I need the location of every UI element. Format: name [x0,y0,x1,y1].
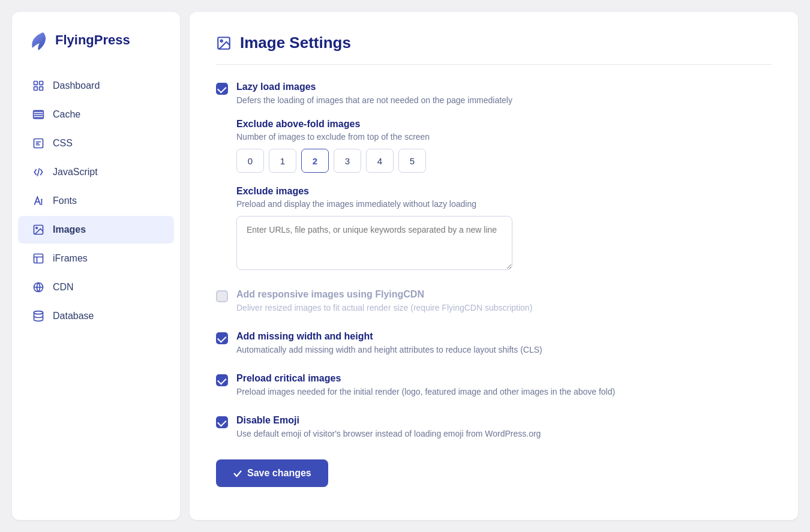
svg-rect-2 [34,87,38,91]
javascript-icon [32,166,44,178]
sidebar-item-cache[interactable]: Cache [18,101,174,128]
exclude-images-desc: Preload and display the images immediate… [236,199,512,209]
svg-point-12 [221,40,223,41]
svg-rect-1 [40,82,43,85]
sidebar-item-javascript[interactable]: JavaScript [18,158,174,186]
fonts-icon [32,195,44,207]
sidebar-nav: Dashboard Cache CSS JavaScript Fonts [12,72,180,330]
num-btn-0[interactable]: 0 [236,149,264,173]
disable-emoji-label: Disable Emoji [236,415,541,426]
sidebar-item-label: Fonts [53,196,77,206]
num-btn-1[interactable]: 1 [269,149,296,173]
svg-rect-0 [34,82,38,85]
dashboard-icon [32,80,44,92]
responsive-cdn-info: Add responsive images using FlyingCDN De… [236,289,532,314]
number-buttons-group: 0 1 2 3 4 5 [236,149,512,173]
page-header: Image Settings [216,34,772,65]
responsive-cdn-desc: Deliver resized images to fit actual ren… [236,302,532,314]
exclude-fold-label: Exclude above-fold images [236,119,512,130]
sidebar-item-css[interactable]: CSS [18,130,174,157]
num-btn-2[interactable]: 2 [301,149,329,173]
sidebar-item-cdn[interactable]: CDN [18,273,174,301]
sidebar: FlyingPress Dashboard Cache CSS JavaScri… [12,12,180,520]
app-name: FlyingPress [55,32,130,48]
sidebar-item-fonts[interactable]: Fonts [18,187,174,215]
preload-critical-desc: Preload images needed for the initial re… [236,386,615,398]
missing-dimensions-setting: Add missing width and height Automatical… [216,331,772,356]
sidebar-item-dashboard[interactable]: Dashboard [18,72,174,100]
disable-emoji-desc: Use default emoji of visitor's browser i… [236,428,541,440]
sidebar-item-images[interactable]: Images [18,216,174,244]
lazy-load-label: Lazy load images [236,82,512,92]
cache-icon [32,109,44,121]
sidebar-item-label: CDN [53,282,74,293]
num-btn-5[interactable]: 5 [398,149,426,173]
cdn-icon [32,281,44,293]
save-checkmark-icon [233,468,242,478]
exclude-images-textarea[interactable] [236,216,512,270]
exclude-fold-section: Exclude above-fold images Number of imag… [236,119,512,173]
sidebar-item-label: JavaScript [53,167,98,178]
images-icon [32,224,44,236]
iframes-icon [32,253,44,265]
missing-dimensions-desc: Automatically add missing width and heig… [236,344,542,356]
disable-emoji-checkbox[interactable] [216,416,228,428]
responsive-cdn-checkbox[interactable] [216,290,228,302]
disable-emoji-setting: Disable Emoji Use default emoji of visit… [216,415,772,440]
sidebar-item-label: CSS [53,138,73,149]
svg-point-7 [36,227,38,229]
page-header-icon [216,35,232,51]
preload-critical-setting: Preload critical images Preload images n… [216,373,772,398]
exclude-images-label: Exclude images [236,186,512,197]
sidebar-item-iframes[interactable]: iFrames [18,245,174,272]
page-title: Image Settings [240,34,351,52]
exclude-fold-desc: Number of images to exclude from top of … [236,132,512,142]
missing-dimensions-info: Add missing width and height Automatical… [236,331,542,356]
save-button[interactable]: Save changes [216,459,328,487]
num-btn-4[interactable]: 4 [366,149,394,173]
sidebar-item-database[interactable]: Database [18,302,174,330]
css-icon [32,137,44,149]
exclude-images-section: Exclude images Preload and display the i… [236,186,512,272]
responsive-cdn-setting: Add responsive images using FlyingCDN De… [216,289,772,314]
logo: FlyingPress [12,29,180,71]
preload-critical-label: Preload critical images [236,373,615,384]
main-panel: Image Settings Lazy load images Defers t… [190,12,798,520]
sidebar-item-label: Database [53,311,94,321]
missing-dimensions-checkbox[interactable] [216,332,228,344]
sidebar-item-label: Dashboard [53,80,100,91]
sidebar-item-label: iFrames [53,253,88,264]
lazy-load-checkbox[interactable] [216,83,228,95]
preload-critical-checkbox[interactable] [216,374,228,386]
lazy-load-desc: Defers the loading of images that are no… [236,94,512,107]
lazy-load-info: Lazy load images Defers the loading of i… [236,82,512,272]
svg-rect-8 [34,254,43,263]
responsive-cdn-label: Add responsive images using FlyingCDN [236,289,532,300]
lazy-load-setting: Lazy load images Defers the loading of i… [216,82,772,272]
sidebar-item-label: Images [53,224,86,235]
sidebar-item-label: Cache [53,109,80,120]
num-btn-3[interactable]: 3 [334,149,361,173]
svg-rect-3 [40,87,43,91]
disable-emoji-info: Disable Emoji Use default emoji of visit… [236,415,541,440]
logo-icon [26,29,49,52]
missing-dimensions-label: Add missing width and height [236,331,542,342]
save-button-label: Save changes [247,468,311,479]
preload-critical-info: Preload critical images Preload images n… [236,373,615,398]
database-icon [32,310,44,322]
svg-point-10 [34,311,43,314]
